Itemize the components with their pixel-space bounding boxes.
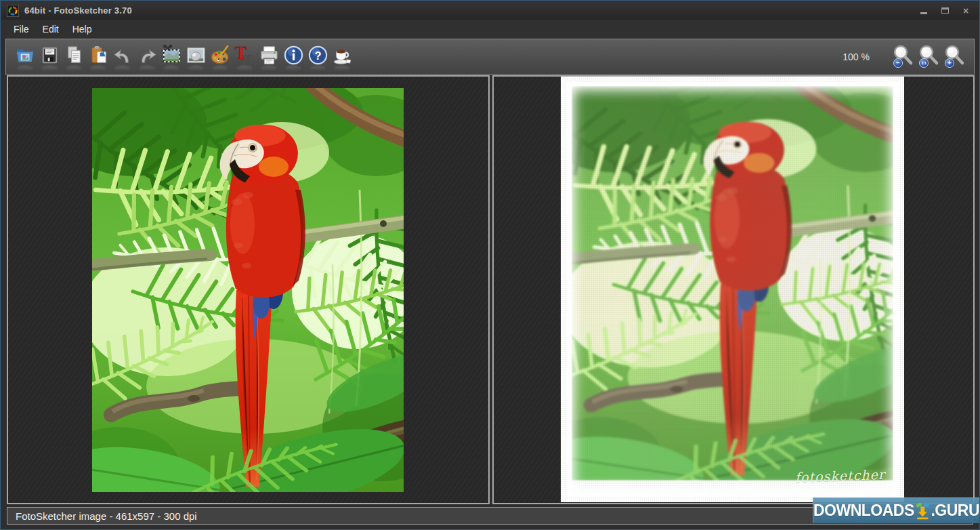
menubar: File Edit Help — [1, 20, 979, 39]
save-image-button[interactable] — [37, 42, 62, 72]
minimize-icon — [920, 12, 927, 14]
zoom-100-button[interactable]: 1:1 — [916, 42, 941, 72]
painted-image: fotosketcher — [561, 77, 904, 502]
menu-file[interactable]: File — [7, 21, 36, 37]
zoom-level-label: 100 % — [843, 52, 870, 62]
macaw-photo — [92, 88, 404, 492]
undo-button[interactable] — [110, 42, 135, 72]
maximize-icon — [941, 7, 949, 14]
window-title: 64bit - FotoSketcher 3.70 — [24, 5, 132, 16]
fotosketcher-window: 64bit - FotoSketcher 3.70 × File Edit He… — [0, 0, 980, 530]
watermark-text-right: .GURU — [931, 501, 979, 520]
workspace: fotosketcher — [1, 75, 979, 529]
help-button[interactable]: ? — [305, 42, 330, 72]
clipboard-paste-icon — [88, 45, 109, 66]
downloads-guru-watermark: DOWNLOADS .GURU — [813, 497, 979, 523]
zoom-out-button[interactable]: − — [890, 42, 916, 72]
drawing-parameters-button[interactable] — [208, 42, 232, 72]
maximize-button[interactable] — [937, 5, 952, 17]
donate-button[interactable] — [330, 42, 354, 72]
menu-help[interactable]: Help — [66, 21, 99, 37]
zoom-in-badge: + — [945, 58, 954, 68]
painting-signature: fotosketcher — [795, 467, 886, 485]
folder-open-icon — [15, 45, 36, 66]
zoom-100-badge: 1:1 — [919, 58, 929, 68]
painted-canvas — [572, 86, 893, 481]
question-circle-icon: ? — [307, 45, 328, 66]
coffee-cup-icon — [332, 45, 353, 66]
source-panel — [7, 75, 490, 504]
watermark-text-left: DOWNLOADS — [813, 501, 914, 520]
zoom-in-button[interactable]: + — [941, 42, 967, 72]
open-image-button[interactable] — [13, 42, 37, 72]
svg-text:T: T — [235, 45, 247, 62]
app-logo-icon — [7, 5, 19, 17]
painter-palette-icon — [210, 45, 231, 66]
info-circle-icon — [283, 45, 304, 66]
redo-arrow-icon — [137, 45, 158, 66]
zoom-out-badge: − — [893, 58, 903, 68]
titlebar: 64bit - FotoSketcher 3.70 × — [1, 1, 979, 20]
window-controls: × — [916, 5, 973, 17]
result-panel: fotosketcher — [492, 75, 975, 504]
printer-icon — [259, 45, 280, 66]
status-text: FotoSketcher image - 461x597 - 300 dpi — [16, 510, 197, 522]
menu-edit[interactable]: Edit — [36, 21, 66, 37]
redo-button[interactable] — [135, 42, 159, 72]
toolbar: T T — [5, 39, 975, 75]
print-button[interactable] — [257, 42, 281, 72]
svg-text:?: ? — [314, 49, 321, 62]
floppy-save-icon — [39, 45, 60, 66]
image-adjust-button[interactable] — [184, 42, 208, 72]
crop-button[interactable] — [159, 42, 184, 72]
undo-arrow-icon — [112, 45, 133, 66]
text-letters-icon: T T — [234, 45, 255, 66]
download-arrow-icon — [915, 502, 931, 520]
photo-icon — [186, 45, 207, 66]
copy-button[interactable] — [62, 42, 86, 72]
close-button[interactable]: × — [958, 5, 973, 17]
about-button[interactable] — [281, 42, 305, 72]
minimize-button[interactable] — [916, 5, 931, 17]
source-image — [92, 88, 404, 492]
crop-scissors-icon — [161, 45, 182, 66]
add-text-button[interactable]: T T — [232, 42, 257, 72]
macaw-painting — [572, 86, 893, 481]
copy-pages-icon — [64, 45, 85, 66]
paste-button[interactable] — [86, 42, 110, 72]
